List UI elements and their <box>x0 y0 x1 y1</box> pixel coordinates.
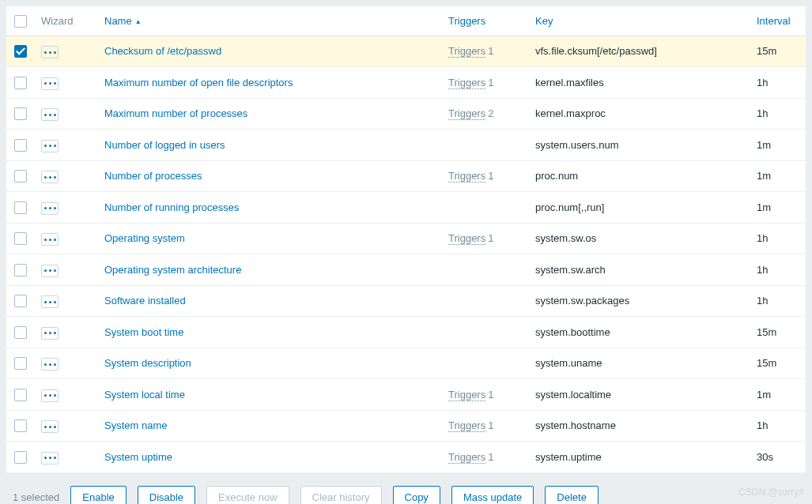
triggers-link[interactable]: Triggers <box>448 170 485 182</box>
triggers-count: 1 <box>488 232 493 244</box>
item-name-link[interactable]: System boot time <box>104 326 183 338</box>
item-interval: 1h <box>750 98 806 130</box>
selected-count: 1 selected <box>13 491 59 503</box>
item-name-link[interactable]: Operating system <box>104 232 185 244</box>
item-key: system.sw.os <box>529 223 750 254</box>
col-key[interactable]: Key <box>529 6 750 36</box>
item-key: system.sw.packages <box>529 285 750 317</box>
wizard-menu-icon[interactable] <box>41 420 59 433</box>
item-interval: 15m <box>750 36 806 67</box>
wizard-menu-icon[interactable] <box>41 171 59 183</box>
item-name-link[interactable]: System local time <box>104 389 185 401</box>
item-name-link[interactable]: Checksum of /etc/passwd <box>104 45 221 57</box>
col-interval[interactable]: Interval <box>750 6 806 36</box>
item-key: kernel.maxproc <box>529 98 750 130</box>
row-checkbox[interactable] <box>14 201 27 214</box>
item-name-link[interactable]: System uptime <box>104 451 172 463</box>
wizard-menu-icon[interactable] <box>41 452 59 465</box>
triggers-link[interactable]: Triggers <box>448 419 485 432</box>
row-checkbox[interactable] <box>14 170 27 182</box>
copy-button[interactable]: Copy <box>393 486 440 504</box>
row-checkbox[interactable] <box>14 45 27 58</box>
triggers-count: 1 <box>488 451 493 463</box>
item-name-link[interactable]: Number of processes <box>104 170 202 182</box>
wizard-menu-icon[interactable] <box>41 46 59 58</box>
wizard-menu-icon[interactable] <box>41 265 59 277</box>
table-row: Number of running processesproc.num[,,ru… <box>6 192 806 224</box>
item-interval: 1m <box>750 130 806 161</box>
item-interval: 1m <box>750 192 806 224</box>
wizard-menu-icon[interactable] <box>41 327 59 340</box>
triggers-count: 1 <box>488 45 493 57</box>
execute-now-button: Execute now <box>206 486 289 504</box>
item-name-link[interactable]: Software installed <box>104 295 186 307</box>
delete-button[interactable]: Delete <box>545 486 599 504</box>
item-interval: 15m <box>750 348 806 379</box>
item-interval: 1h <box>750 410 806 442</box>
triggers-link[interactable]: Triggers <box>448 45 485 58</box>
col-name[interactable]: Name <box>98 6 442 36</box>
row-checkbox[interactable] <box>14 264 27 276</box>
table-row: Software installedsystem.sw.packages1h <box>6 285 806 317</box>
item-key: system.uptime <box>529 442 750 473</box>
wizard-menu-icon[interactable] <box>41 233 59 246</box>
triggers-link[interactable]: Triggers <box>448 451 485 464</box>
table-row: Operating system architecturesystem.sw.a… <box>6 254 806 286</box>
triggers-link[interactable]: Triggers <box>448 107 485 120</box>
row-checkbox[interactable] <box>14 295 27 307</box>
wizard-menu-icon[interactable] <box>41 389 59 402</box>
item-key: system.localtime <box>529 379 750 411</box>
triggers-count: 1 <box>488 77 493 88</box>
table-row: System nameTriggers1system.hostname1h <box>6 410 806 442</box>
row-checkbox[interactable] <box>14 389 27 401</box>
wizard-menu-icon[interactable] <box>41 108 59 121</box>
item-key: proc.num[,,run] <box>529 192 750 224</box>
row-checkbox[interactable] <box>14 451 27 464</box>
item-key: system.sw.arch <box>529 254 750 286</box>
row-checkbox[interactable] <box>14 139 27 152</box>
row-checkbox[interactable] <box>14 77 27 89</box>
table-row: Operating systemTriggers1system.sw.os1h <box>6 223 806 254</box>
item-interval: 30s <box>750 442 806 473</box>
row-checkbox[interactable] <box>14 107 27 120</box>
triggers-link[interactable]: Triggers <box>448 77 485 89</box>
item-interval: 1h <box>750 223 806 254</box>
mass-update-button[interactable]: Mass update <box>451 486 534 504</box>
disable-button[interactable]: Disable <box>138 486 195 504</box>
row-checkbox[interactable] <box>14 232 27 245</box>
row-checkbox[interactable] <box>14 326 27 339</box>
table-row: System descriptionsystem.uname15m <box>6 348 806 379</box>
item-key: proc.num <box>529 160 750 192</box>
item-interval: 1h <box>750 285 806 317</box>
triggers-count: 1 <box>488 170 493 182</box>
row-checkbox[interactable] <box>14 357 27 370</box>
item-name-link[interactable]: Operating system architecture <box>104 264 241 276</box>
wizard-menu-icon[interactable] <box>41 295 59 308</box>
item-interval: 15m <box>750 317 806 348</box>
wizard-menu-icon[interactable] <box>41 77 59 90</box>
item-interval: 1m <box>750 379 806 411</box>
clear-history-button: Clear history <box>300 486 382 504</box>
item-name-link[interactable]: Number of logged in users <box>104 139 225 151</box>
wizard-menu-icon[interactable] <box>41 202 59 215</box>
item-name-link[interactable]: Maximum number of processes <box>104 107 247 119</box>
select-all-checkbox[interactable] <box>14 15 27 28</box>
item-name-link[interactable]: Maximum number of open file descriptors <box>104 77 293 88</box>
table-row: System uptimeTriggers1system.uptime30s <box>6 442 806 473</box>
triggers-link[interactable]: Triggers <box>448 389 485 401</box>
wizard-menu-icon[interactable] <box>41 140 59 152</box>
item-interval: 1h <box>750 67 806 99</box>
col-triggers[interactable]: Triggers <box>442 6 529 36</box>
table-row: Number of logged in userssystem.users.nu… <box>6 130 806 161</box>
item-name-link[interactable]: System name <box>104 419 167 431</box>
item-key: system.hostname <box>529 410 750 442</box>
item-key: kernel.maxfiles <box>529 67 750 99</box>
triggers-count: 1 <box>488 389 493 401</box>
enable-button[interactable]: Enable <box>70 486 126 504</box>
item-name-link[interactable]: System description <box>104 357 191 369</box>
wizard-menu-icon[interactable] <box>41 358 59 370</box>
item-name-link[interactable]: Number of running processes <box>104 201 240 213</box>
triggers-link[interactable]: Triggers <box>448 232 485 245</box>
row-checkbox[interactable] <box>14 419 27 432</box>
item-key: system.users.num <box>529 130 750 161</box>
